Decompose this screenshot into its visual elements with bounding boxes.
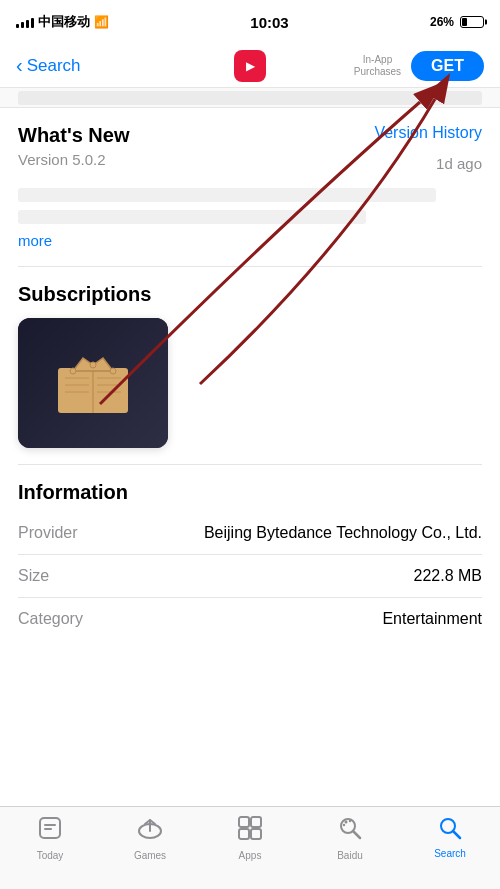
search-icon bbox=[437, 815, 463, 845]
more-link[interactable]: more bbox=[18, 232, 52, 249]
tab-baidu[interactable]: Baidu bbox=[300, 815, 400, 861]
tab-today[interactable]: Today bbox=[0, 815, 100, 861]
subscriptions-section: Subscriptions bbox=[0, 267, 500, 464]
subscription-card[interactable] bbox=[18, 318, 168, 448]
changelog-line-1 bbox=[18, 188, 436, 202]
subscriptions-title: Subscriptions bbox=[18, 283, 151, 305]
in-app-purchases-label: In-App Purchases bbox=[354, 54, 401, 78]
svg-point-24 bbox=[349, 820, 351, 822]
svg-rect-14 bbox=[44, 824, 56, 826]
svg-point-25 bbox=[343, 824, 345, 826]
whats-new-section: What's New Version History Version 5.0.2… bbox=[0, 108, 500, 266]
crown-book-svg bbox=[43, 343, 143, 423]
today-tab-label: Today bbox=[37, 850, 64, 861]
apps-tab-label: Apps bbox=[239, 850, 262, 861]
info-rows: Provider Beijing Bytedance Technology Co… bbox=[18, 512, 482, 640]
battery-percent: 26% bbox=[430, 15, 454, 29]
info-row-size: Size 222.8 MB bbox=[18, 555, 482, 598]
svg-rect-19 bbox=[239, 829, 249, 839]
back-button[interactable]: ‹ Search bbox=[16, 56, 81, 76]
svg-rect-18 bbox=[251, 817, 261, 827]
back-label: Search bbox=[27, 56, 81, 76]
svg-point-12 bbox=[110, 368, 116, 374]
whats-new-title: What's New bbox=[18, 124, 129, 147]
games-tab-label: Games bbox=[134, 850, 166, 861]
nav-right: In-App Purchases GET bbox=[354, 51, 484, 81]
svg-line-27 bbox=[453, 831, 460, 838]
nav-bar: ‹ Search In-App Purchases GET bbox=[0, 44, 500, 88]
information-title: Information bbox=[18, 481, 128, 503]
app-icon-small bbox=[234, 50, 266, 82]
version-label: Version 5.0.2 bbox=[18, 151, 106, 168]
baidu-icon bbox=[337, 815, 363, 847]
size-value: 222.8 MB bbox=[414, 567, 482, 585]
battery-icon bbox=[460, 16, 484, 28]
baidu-tab-label: Baidu bbox=[337, 850, 363, 861]
games-tab-icon bbox=[137, 815, 163, 841]
status-time: 10:03 bbox=[250, 14, 288, 31]
information-section: Information Provider Beijing Bytedance T… bbox=[0, 465, 500, 656]
category-value: Entertainment bbox=[382, 610, 482, 628]
content-area: What's New Version History Version 5.0.2… bbox=[0, 88, 500, 806]
category-label: Category bbox=[18, 610, 83, 628]
tab-games[interactable]: Games bbox=[100, 815, 200, 861]
today-icon bbox=[37, 815, 63, 847]
apps-tab-icon bbox=[237, 815, 263, 841]
status-bar: 中国移动 📶 10:03 26% bbox=[0, 0, 500, 44]
tab-bar: Today Games Apps bbox=[0, 806, 500, 889]
svg-point-11 bbox=[90, 362, 96, 368]
tab-search[interactable]: Search bbox=[400, 815, 500, 859]
games-icon bbox=[137, 815, 163, 847]
apps-icon bbox=[237, 815, 263, 847]
back-chevron-icon: ‹ bbox=[16, 55, 23, 75]
wifi-icon: 📶 bbox=[94, 15, 109, 29]
svg-rect-15 bbox=[44, 828, 52, 830]
provider-label: Provider bbox=[18, 524, 78, 542]
search-tab-label: Search bbox=[434, 848, 466, 859]
signal-icon bbox=[16, 16, 34, 28]
svg-line-22 bbox=[353, 831, 360, 838]
search-tab-icon bbox=[437, 815, 463, 841]
baidu-tab-icon bbox=[337, 815, 363, 841]
today-tab-icon bbox=[37, 815, 63, 841]
info-row-category: Category Entertainment bbox=[18, 598, 482, 640]
svg-point-23 bbox=[345, 821, 348, 824]
changelog-line-2 bbox=[18, 210, 366, 224]
svg-rect-20 bbox=[251, 829, 261, 839]
carrier-label: 中国移动 bbox=[38, 13, 90, 31]
svg-rect-17 bbox=[239, 817, 249, 827]
svg-point-10 bbox=[70, 368, 76, 374]
provider-value: Beijing Bytedance Technology Co., Ltd. bbox=[204, 524, 482, 542]
tab-apps[interactable]: Apps bbox=[200, 815, 300, 861]
status-left: 中国移动 📶 bbox=[16, 13, 109, 31]
size-label: Size bbox=[18, 567, 49, 585]
status-right: 26% bbox=[430, 15, 484, 29]
subscription-card-bg bbox=[18, 318, 168, 448]
get-button[interactable]: GET bbox=[411, 51, 484, 81]
version-date: 1d ago bbox=[436, 155, 482, 172]
version-history-link[interactable]: Version History bbox=[374, 124, 482, 142]
info-row-provider: Provider Beijing Bytedance Technology Co… bbox=[18, 512, 482, 555]
nav-app-icon bbox=[234, 50, 266, 82]
